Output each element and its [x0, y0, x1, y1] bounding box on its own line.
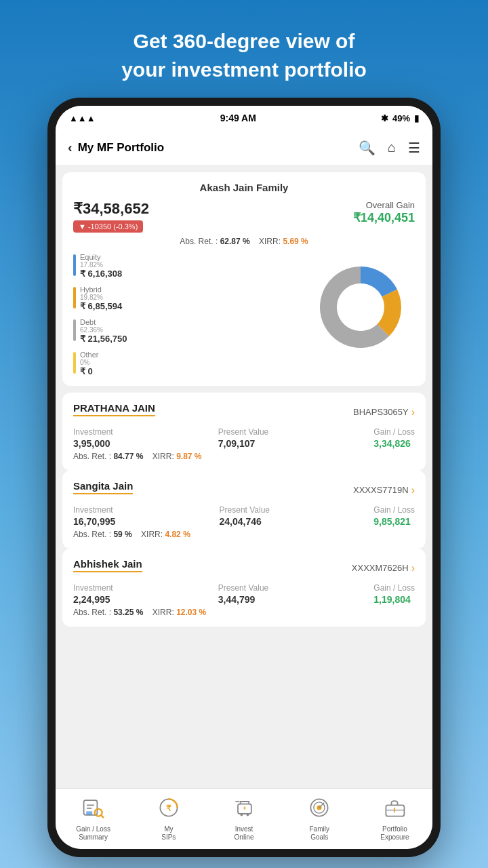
- bottom-nav-my-sips[interactable]: ₹ MySIPs: [131, 795, 206, 842]
- alloc-dot: [73, 319, 76, 341]
- gain-loss-summary-label: Gain / LossSummary: [76, 825, 110, 842]
- family-name: Akash Jain Family: [73, 182, 415, 193]
- my-sips-icon: ₹: [157, 795, 181, 823]
- alloc-amount: ₹ 6,16,308: [80, 269, 122, 279]
- battery-level: 49%: [392, 113, 410, 123]
- bottom-nav-invest-online[interactable]: + InvestOnline: [206, 795, 281, 842]
- investment-value: 2,24,995: [73, 594, 113, 605]
- present-value: 7,09,107: [218, 438, 269, 449]
- member-pan: XXXXM7626H ›: [352, 562, 415, 574]
- status-bar: ▲▲▲ 9:49 AM ✱ 49% ▮: [56, 106, 432, 130]
- svg-text:₹: ₹: [166, 803, 171, 812]
- member-abs-ret: Abs. Ret. : 59 % XIRR: 4.82 %: [73, 530, 415, 539]
- member-card[interactable]: Sangita Jain XXXXS7719N › Investment 16,…: [62, 471, 426, 549]
- alloc-dot: [73, 254, 76, 276]
- present-value-label: Present Value: [218, 427, 269, 437]
- alloc-item: Debt 62.36% ₹ 21,56,750: [73, 318, 301, 344]
- gain-loss-summary-icon: [81, 795, 106, 823]
- portfolio-exposure-label: PortfolioExposure: [380, 825, 409, 842]
- total-value: ₹34,58,652: [73, 200, 149, 218]
- nav-right: 🔍 ⌂ ☰: [359, 140, 420, 156]
- family-goals-icon: [307, 795, 331, 823]
- svg-line-16: [319, 802, 324, 807]
- alloc-dot: [73, 352, 76, 374]
- member-gain-loss-col: Gain / Loss 1,19,804: [373, 583, 415, 605]
- alloc-label: Debt: [80, 318, 127, 326]
- member-cols: Investment 2,24,995 Present Value 3,44,7…: [73, 583, 415, 605]
- nav-title: My MF Portfolio: [78, 141, 164, 155]
- member-card[interactable]: PRATHANA JAIN BHAPS3065Y › Investment 3,…: [62, 393, 426, 471]
- investment-label: Investment: [73, 583, 113, 593]
- portfolio-top: ₹34,58,652 ▼ -10350 (-0.3%) Overall Gain…: [73, 200, 415, 233]
- member-card[interactable]: Abhishek Jain XXXXM7626H › Investment 2,…: [62, 549, 426, 627]
- svg-rect-5: [86, 811, 92, 814]
- alloc-amount: ₹ 21,56,750: [80, 334, 127, 344]
- bottom-nav-gain-loss-summary[interactable]: Gain / LossSummary: [56, 795, 131, 842]
- back-arrow-icon[interactable]: ‹: [68, 140, 73, 155]
- member-abs-ret: Abs. Ret. : 84.77 % XIRR: 9.87 %: [73, 452, 415, 461]
- alloc-pct: 19.82%: [80, 294, 122, 301]
- member-name: PRATHANA JAIN: [73, 402, 155, 416]
- abs-ret-label: Abs. Ret. :: [180, 237, 218, 246]
- alloc-pct: 0%: [80, 359, 99, 366]
- gain-loss-value: 3,34,826: [373, 438, 415, 449]
- xirr-label: XIRR:: [259, 237, 281, 246]
- hero-text: Get 360-degree view of your investment p…: [121, 27, 367, 84]
- overall-gain-value: ₹14,40,451: [353, 210, 415, 225]
- alloc-label: Equity: [80, 253, 122, 261]
- member-present-value-col: Present Value 3,44,799: [218, 583, 269, 605]
- present-value-label: Present Value: [220, 505, 270, 515]
- overall-gain-label: Overall Gain: [353, 200, 415, 210]
- alloc-item: Other 0% ₹ 0: [73, 351, 301, 376]
- phone-shell: ▲▲▲ 9:49 AM ✱ 49% ▮ ‹ My MF Portfolio 🔍 …: [47, 98, 441, 857]
- member-present-value-col: Present Value 7,09,107: [218, 427, 269, 449]
- member-name: Abhishek Jain: [73, 558, 142, 572]
- member-cols: Investment 3,95,000 Present Value 7,09,1…: [73, 427, 415, 449]
- bottom-nav-portfolio-exposure[interactable]: PortfolioExposure: [357, 795, 432, 842]
- svg-point-11: [247, 814, 249, 816]
- gain-loss-value: 9,85,821: [373, 516, 415, 527]
- investment-label: Investment: [73, 505, 115, 515]
- invest-online-label: InvestOnline: [235, 825, 254, 842]
- investment-label: Investment: [73, 427, 113, 437]
- svg-text:+: +: [243, 804, 247, 811]
- portfolio-change: ▼ -10350 (-0.3%): [73, 220, 143, 233]
- member-investment-col: Investment 2,24,995: [73, 583, 113, 605]
- menu-icon[interactable]: ☰: [408, 140, 420, 156]
- donut-chart: [306, 253, 415, 361]
- alloc-dot: [73, 287, 76, 309]
- portfolio-summary-card: Akash Jain Family ₹34,58,652 ▼ -10350 (-…: [62, 172, 426, 386]
- bottom-nav-family-goals[interactable]: FamilyGoals: [282, 795, 357, 842]
- invest-online-icon: +: [232, 795, 256, 823]
- investment-value: 3,95,000: [73, 438, 113, 449]
- gain-loss-label: Gain / Loss: [373, 427, 415, 437]
- alloc-label: Hybrid: [80, 285, 122, 294]
- status-time: 9:49 AM: [220, 113, 256, 123]
- alloc-label: Other: [80, 351, 99, 359]
- member-gain-loss-col: Gain / Loss 3,34,826: [373, 427, 415, 449]
- member-header: Abhishek Jain XXXXM7626H ›: [73, 558, 415, 578]
- wifi-icon: ▲▲▲: [69, 113, 96, 123]
- present-value-label: Present Value: [218, 583, 269, 593]
- battery-icon: ▮: [414, 113, 419, 123]
- family-goals-label: FamilyGoals: [309, 825, 329, 842]
- my-sips-label: MySIPs: [161, 825, 176, 842]
- svg-rect-17: [386, 805, 405, 816]
- member-name: Sangita Jain: [73, 480, 133, 494]
- phone-screen: ▲▲▲ 9:49 AM ✱ 49% ▮ ‹ My MF Portfolio 🔍 …: [56, 106, 432, 849]
- chevron-right-icon: ›: [411, 484, 415, 496]
- member-pan: BHAPS3065Y ›: [353, 406, 415, 418]
- member-abs-ret: Abs. Ret. : 53.25 % XIRR: 12.03 %: [73, 608, 415, 617]
- bluetooth-icon: ✱: [381, 113, 388, 123]
- search-icon[interactable]: 🔍: [359, 140, 375, 156]
- gain-loss-label: Gain / Loss: [373, 583, 415, 593]
- gain-loss-value: 1,19,804: [373, 594, 415, 605]
- alloc-amount: ₹ 6,85,594: [80, 301, 122, 311]
- alloc-pct: 62.36%: [80, 326, 127, 334]
- alloc-item: Hybrid 19.82% ₹ 6,85,594: [73, 285, 301, 311]
- alloc-pct: 17.82%: [80, 261, 122, 269]
- chevron-right-icon: ›: [411, 406, 415, 418]
- nav-left[interactable]: ‹ My MF Portfolio: [68, 140, 164, 155]
- allocation-list: Equity 17.82% ₹ 6,16,308 Hybrid 19.82% ₹…: [73, 253, 301, 376]
- home-icon[interactable]: ⌂: [388, 140, 396, 155]
